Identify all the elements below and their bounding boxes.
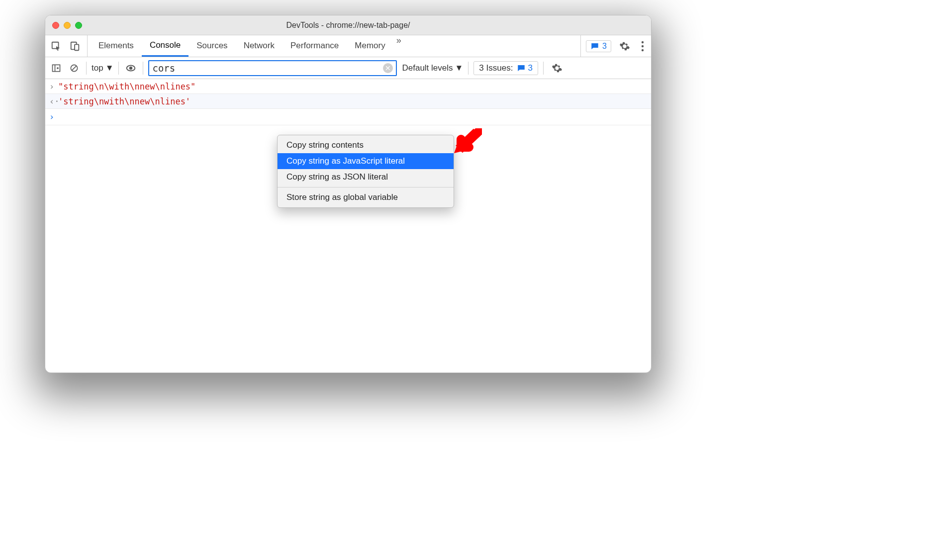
menu-store-as-global[interactable]: Store string as global variable (278, 189, 454, 205)
console-prompt-row[interactable]: › (45, 109, 651, 125)
menu-copy-as-json-literal[interactable]: Copy string as JSON literal (278, 169, 454, 185)
tab-label: Memory (355, 41, 385, 51)
console-text: 'string\nwith\nnew\nlines' (58, 96, 190, 106)
chevron-down-icon: ▼ (105, 63, 114, 73)
tab-memory[interactable]: Memory (347, 35, 393, 57)
filter-input-container: ✕ (148, 60, 397, 76)
levels-label: Default levels (402, 63, 453, 73)
menu-copy-as-js-literal[interactable]: Copy string as JavaScript literal (278, 153, 454, 169)
tab-label: Sources (196, 41, 227, 51)
tab-label: Elements (98, 41, 134, 51)
tabs: Elements Console Sources Network Perform… (91, 35, 404, 57)
inspect-element-icon[interactable] (49, 39, 63, 53)
tab-sources[interactable]: Sources (188, 35, 235, 57)
issues-button[interactable]: 3 Issues: 3 (473, 61, 538, 75)
live-expression-icon[interactable] (124, 61, 138, 75)
chevron-down-icon: ▼ (455, 63, 464, 73)
tab-performance[interactable]: Performance (282, 35, 347, 57)
close-window-button[interactable] (52, 22, 59, 29)
menu-separator (278, 187, 454, 187)
tab-label: Console (150, 40, 181, 50)
console-settings-icon[interactable] (549, 63, 565, 74)
tab-elements[interactable]: Elements (91, 35, 142, 57)
svg-rect-2 (75, 44, 79, 50)
svg-point-5 (642, 49, 644, 51)
svg-point-4 (642, 45, 644, 47)
issues-count: 3 (528, 63, 532, 73)
filter-input[interactable] (152, 63, 383, 74)
console-text: "string\n\with\nnew\nlines" (58, 82, 195, 92)
clear-filter-icon[interactable]: ✕ (383, 63, 393, 73)
messages-badge[interactable]: 3 (586, 40, 611, 52)
tabs-overflow-button[interactable]: » (393, 35, 404, 57)
window-title: DevTools - chrome://new-tab-page/ (45, 21, 651, 30)
maximize-window-button[interactable] (75, 22, 82, 29)
svg-point-3 (642, 41, 644, 43)
tab-console[interactable]: Console (142, 35, 188, 57)
menu-copy-string-contents[interactable]: Copy string contents (278, 137, 454, 153)
log-levels-selector[interactable]: Default levels ▼ (402, 63, 463, 73)
console-output: › "string\n\with\nnew\nlines" ‹· 'string… (45, 79, 651, 125)
minimize-window-button[interactable] (64, 22, 71, 29)
console-toolbar: top ▼ ✕ Default levels ▼ 3 Issues: 3 (45, 57, 651, 79)
clear-console-icon[interactable] (67, 61, 81, 75)
context-menu: Copy string contents Copy string as Java… (277, 135, 454, 208)
devtools-window: DevTools - chrome://new-tab-page/ Elemen… (45, 15, 652, 373)
annotation-arrow-icon (452, 128, 482, 158)
titlebar: DevTools - chrome://new-tab-page/ (45, 15, 651, 35)
input-arrow-icon: › (49, 82, 58, 92)
console-result-row[interactable]: ‹· 'string\nwith\nnew\nlines' (45, 94, 651, 109)
show-sidebar-icon[interactable] (49, 61, 63, 75)
result-arrow-icon: ‹· (49, 96, 58, 106)
device-toggle-icon[interactable] (68, 39, 82, 53)
issues-label: 3 Issues: (479, 63, 513, 73)
console-input-row[interactable]: › "string\n\with\nnew\nlines" (45, 79, 651, 94)
tab-label: Performance (290, 41, 339, 51)
tabbar: Elements Console Sources Network Perform… (45, 35, 651, 57)
svg-point-9 (129, 66, 132, 69)
context-label: top (92, 63, 103, 73)
settings-icon[interactable] (616, 41, 633, 52)
messages-count: 3 (602, 42, 607, 51)
execution-context-selector[interactable]: top ▼ (92, 63, 113, 73)
prompt-arrow-icon: › (49, 112, 58, 122)
tab-label: Network (244, 41, 275, 51)
more-icon[interactable] (638, 41, 647, 52)
traffic-lights (45, 22, 82, 29)
tab-network[interactable]: Network (236, 35, 282, 57)
